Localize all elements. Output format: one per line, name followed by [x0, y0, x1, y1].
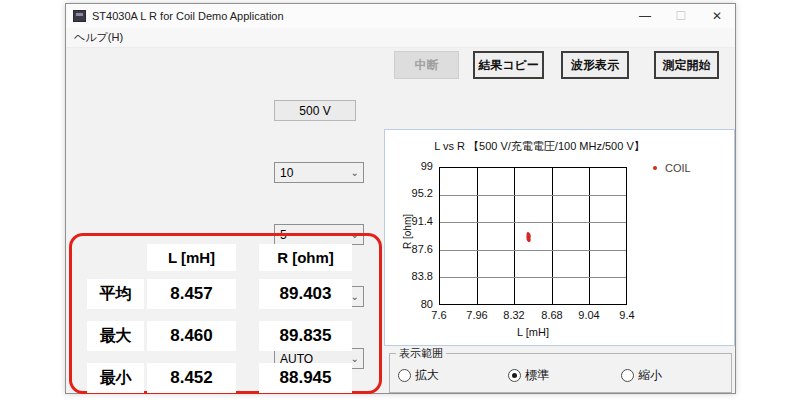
- applied-voltage-text: 500 V: [299, 104, 330, 118]
- radio-icon: [621, 369, 634, 382]
- start-measure-button[interactable]: 測定開始: [654, 51, 719, 79]
- app-icon: [73, 10, 86, 22]
- results-header-r: R [ohm]: [259, 244, 352, 271]
- maximize-icon: ☐: [663, 4, 699, 28]
- display-range-legend: 表示範囲: [396, 346, 446, 361]
- chart-title: L vs R 【500 V/充電電圧/100 MHz/500 V】: [385, 139, 694, 154]
- app-window: ST4030A L R for Coil Demo Application — …: [65, 3, 736, 394]
- applied-voltage-value: 500 V: [274, 100, 356, 121]
- titlebar: ST4030A L R for Coil Demo Application — …: [66, 4, 735, 28]
- close-icon[interactable]: ✕: [699, 4, 735, 28]
- radio-expand[interactable]: 拡大: [398, 367, 439, 384]
- minimize-icon[interactable]: —: [627, 4, 663, 28]
- red-highlight-annotation: L [mH] R [ohm] 平均 8.457 89.403 最大 8.460 …: [69, 233, 382, 394]
- x-tick: 7.96: [457, 309, 497, 321]
- legend-marker-icon: [653, 166, 657, 170]
- x-tick: 8.68: [532, 309, 572, 321]
- results-avg-r: 89.403: [259, 279, 352, 309]
- y-tick: 99: [401, 160, 433, 172]
- radio-icon: [398, 369, 411, 382]
- results-header-l: L [mH]: [147, 244, 236, 271]
- menu-help[interactable]: ヘルプ(H): [66, 30, 131, 45]
- y-tick: 87.6: [401, 243, 433, 255]
- y-tick: 91.4: [401, 215, 433, 227]
- radio-shrink-label: 縮小: [638, 367, 662, 384]
- window-controls: — ☐ ✕: [627, 4, 735, 28]
- chart-x-axis-label: L [mH]: [439, 326, 627, 338]
- radio-shrink[interactable]: 縮小: [621, 367, 662, 384]
- display-range-groupbox: 表示範囲 拡大 標準 縮小: [389, 353, 732, 393]
- measure-pulse-value: 10: [280, 166, 293, 180]
- radio-standard-label: 標準: [525, 367, 549, 384]
- measure-pulse-select[interactable]: 10 ⌄: [274, 162, 364, 183]
- scatter-points: [440, 168, 626, 304]
- copy-results-button[interactable]: 結果コピー: [473, 51, 544, 79]
- legend-series-label: COIL: [665, 162, 691, 174]
- y-tick: 83.8: [401, 270, 433, 282]
- results-max-l: 8.460: [147, 321, 236, 351]
- waveform-button[interactable]: 波形表示: [561, 51, 629, 79]
- window-title: ST4030A L R for Coil Demo Application: [92, 10, 284, 22]
- radio-expand-label: 拡大: [415, 367, 439, 384]
- results-row-label-avg: 平均: [87, 279, 144, 309]
- x-tick: 8.32: [494, 309, 534, 321]
- results-row-label-max: 最大: [87, 321, 144, 351]
- results-min-r: 88.945: [259, 363, 352, 393]
- results-min-l: 8.452: [147, 363, 236, 393]
- chart-panel: L vs R 【500 V/充電電圧/100 MHz/500 V】 R [ohm…: [384, 129, 735, 346]
- chart-legend: COIL: [653, 162, 691, 174]
- y-tick: 95.2: [401, 187, 433, 199]
- x-tick: 9.04: [569, 309, 609, 321]
- chart-plot-area: [439, 167, 627, 305]
- abort-button: 中断: [394, 51, 459, 79]
- chevron-down-icon: ⌄: [351, 167, 359, 178]
- menubar: ヘルプ(H): [66, 28, 735, 48]
- x-tick: 7.6: [419, 309, 459, 321]
- radio-standard[interactable]: 標準: [508, 367, 549, 384]
- results-row-label-min: 最小: [87, 363, 144, 393]
- radio-icon: [508, 369, 521, 382]
- results-avg-l: 8.457: [147, 279, 236, 309]
- results-max-r: 89.835: [259, 321, 352, 351]
- x-tick: 9.4: [607, 309, 647, 321]
